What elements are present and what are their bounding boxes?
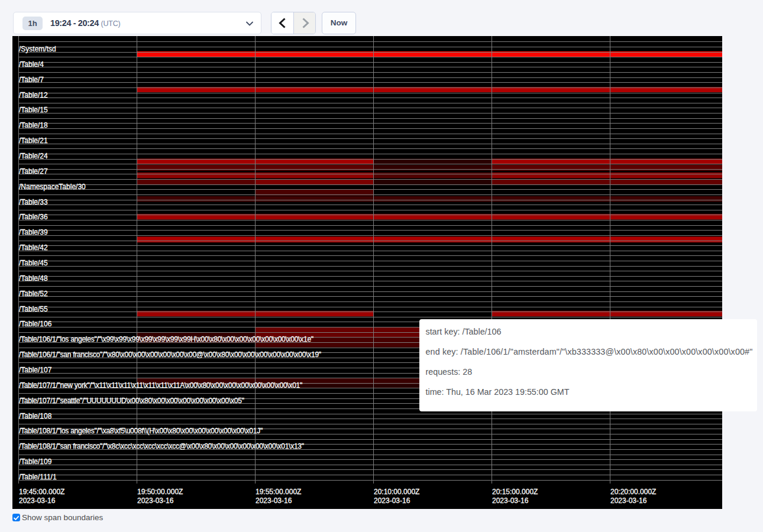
svg-text:/Table/106: /Table/106 bbox=[19, 320, 52, 328]
svg-text:/Table/109: /Table/109 bbox=[19, 458, 52, 466]
svg-text:/Table/55: /Table/55 bbox=[19, 305, 48, 313]
svg-text:2023-03-16: 2023-03-16 bbox=[137, 497, 174, 505]
svg-text:/Table/36: /Table/36 bbox=[19, 213, 48, 221]
svg-text:2023-03-16: 2023-03-16 bbox=[19, 497, 56, 505]
svg-text:/System/tsd: /System/tsd bbox=[19, 45, 56, 53]
svg-text:/Table/45: /Table/45 bbox=[19, 259, 48, 267]
svg-text:/Table/4: /Table/4 bbox=[19, 60, 44, 69]
svg-text:/NamespaceTable/30: /NamespaceTable/30 bbox=[19, 183, 86, 191]
svg-text:/Table/42: /Table/42 bbox=[19, 244, 48, 252]
svg-text:/Table/107/1/"new york"/"\x11\: /Table/107/1/"new york"/"\x11\x11\x11\x1… bbox=[19, 381, 302, 390]
svg-text:/Table/107: /Table/107 bbox=[19, 366, 52, 374]
svg-text:/Table/24: /Table/24 bbox=[19, 152, 48, 160]
svg-text:/Table/7: /Table/7 bbox=[19, 76, 44, 84]
svg-text:2023-03-16: 2023-03-16 bbox=[374, 497, 410, 505]
svg-text:/Table/33: /Table/33 bbox=[19, 198, 48, 206]
svg-text:/Table/15: /Table/15 bbox=[19, 106, 48, 114]
svg-text:19:55:00.000Z: 19:55:00.000Z bbox=[256, 488, 301, 496]
svg-text:/Table/48: /Table/48 bbox=[19, 274, 48, 283]
svg-text:2023-03-16: 2023-03-16 bbox=[492, 497, 529, 505]
svg-text:/Table/111/1: /Table/111/1 bbox=[19, 473, 57, 481]
svg-text:/Table/27: /Table/27 bbox=[19, 167, 48, 176]
svg-text:/Table/18: /Table/18 bbox=[19, 121, 48, 129]
svg-text:/Table/108/1/"los angeles"/"\x: /Table/108/1/"los angeles"/"\xa8\xf5\u00… bbox=[19, 427, 263, 435]
svg-text:20:20:00.000Z: 20:20:00.000Z bbox=[610, 488, 656, 496]
svg-text:19:45:00.000Z: 19:45:00.000Z bbox=[19, 488, 64, 496]
svg-text:20:10:00.000Z: 20:10:00.000Z bbox=[374, 488, 419, 496]
svg-text:20:15:00.000Z: 20:15:00.000Z bbox=[492, 488, 538, 496]
svg-text:/Table/106/1/"los angeles"/"\x: /Table/106/1/"los angeles"/"\x99\x99\x99… bbox=[19, 335, 313, 343]
svg-text:/Table/21: /Table/21 bbox=[19, 137, 48, 145]
svg-text:2023-03-16: 2023-03-16 bbox=[610, 497, 647, 505]
svg-text:/Table/108: /Table/108 bbox=[19, 412, 52, 420]
svg-text:/Table/52: /Table/52 bbox=[19, 290, 48, 298]
svg-text:19:50:00.000Z: 19:50:00.000Z bbox=[137, 488, 183, 496]
svg-text:/Table/107/1/"seattle"/"UUUUUU: /Table/107/1/"seattle"/"UUUUUUUD\x00\x80… bbox=[19, 397, 244, 405]
svg-text:2023-03-16: 2023-03-16 bbox=[256, 497, 292, 505]
svg-text:/Table/12: /Table/12 bbox=[19, 91, 48, 99]
svg-text:/Table/39: /Table/39 bbox=[19, 228, 48, 236]
svg-text:/Table/106/1/"san francisco"/": /Table/106/1/"san francisco"/"\x80\x00\x… bbox=[19, 351, 321, 359]
svg-text:/Table/108/1/"san francisco"/": /Table/108/1/"san francisco"/"\x8c\xcc\x… bbox=[19, 442, 304, 450]
